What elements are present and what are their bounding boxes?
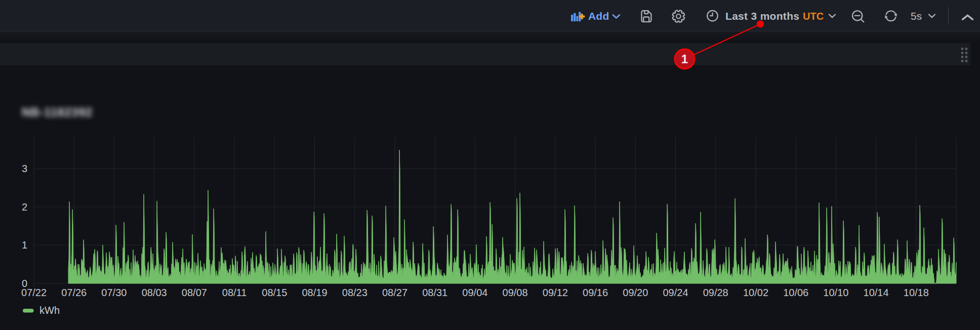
svg-text:10/10: 10/10	[823, 287, 848, 298]
svg-text:09/08: 09/08	[503, 287, 528, 298]
svg-text:09/28: 09/28	[703, 287, 728, 298]
svg-text:0: 0	[22, 278, 27, 289]
svg-text:08/03: 08/03	[142, 287, 167, 298]
svg-text:1: 1	[681, 52, 688, 66]
svg-text:1: 1	[22, 239, 27, 251]
svg-text:07/26: 07/26	[61, 287, 87, 298]
svg-text:07/30: 07/30	[101, 287, 127, 298]
svg-text:08/19: 08/19	[302, 287, 327, 298]
svg-text:10/18: 10/18	[904, 287, 929, 298]
svg-text:08/27: 08/27	[382, 287, 407, 298]
svg-text:08/31: 08/31	[422, 287, 447, 298]
svg-text:Last 3 months: Last 3 months	[725, 10, 799, 22]
svg-text:10/02: 10/02	[743, 287, 768, 298]
svg-text:Add: Add	[588, 10, 609, 22]
svg-text:08/15: 08/15	[262, 287, 287, 298]
svg-text:10/14: 10/14	[864, 287, 889, 298]
svg-text:kWh: kWh	[39, 305, 60, 316]
svg-text:09/04: 09/04	[462, 287, 487, 298]
svg-text:08/11: 08/11	[222, 287, 247, 298]
svg-text:08/07: 08/07	[182, 287, 207, 298]
svg-text:08/23: 08/23	[342, 287, 368, 298]
svg-text:2: 2	[22, 201, 27, 213]
svg-text:09/12: 09/12	[543, 287, 568, 298]
svg-text:UTC: UTC	[803, 11, 824, 22]
svg-text:09/16: 09/16	[583, 287, 608, 298]
svg-text:09/20: 09/20	[623, 287, 648, 298]
svg-text:10/06: 10/06	[783, 287, 808, 298]
svg-text:09/24: 09/24	[663, 287, 688, 298]
svg-text:3: 3	[22, 163, 27, 174]
svg-text:5s: 5s	[911, 10, 922, 22]
